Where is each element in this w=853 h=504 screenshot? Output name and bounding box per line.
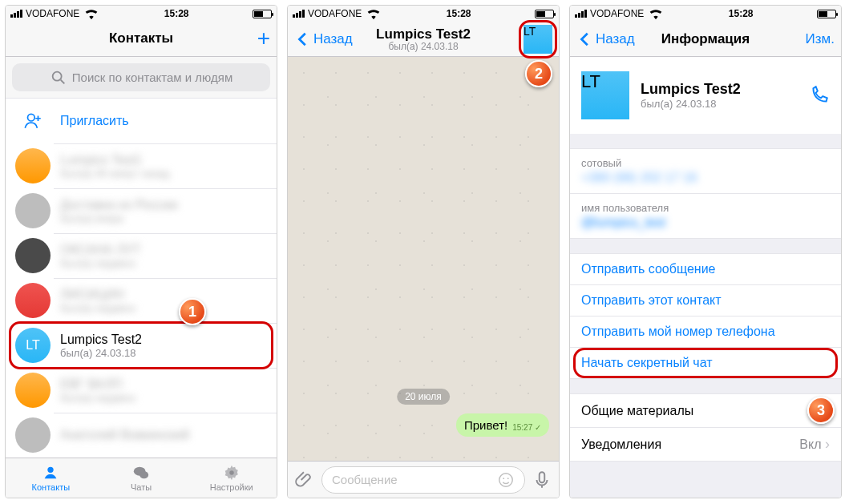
profile-header: LT Lumpics Test2 был(а) 24.03.18	[570, 57, 841, 134]
wifi-icon	[83, 5, 100, 22]
contacts-icon	[40, 464, 61, 482]
navbar: Контакты +	[6, 22, 277, 57]
gear-icon	[221, 464, 242, 482]
search-icon	[50, 69, 67, 87]
battery-icon	[535, 10, 554, 18]
clock-label: 15:28	[164, 8, 189, 19]
tab-contacts[interactable]: Контакты	[6, 458, 96, 498]
status-bar: VODAFONE 15:28	[570, 6, 841, 22]
avatar: LT	[15, 328, 51, 363]
avatar	[15, 148, 51, 183]
notifications-value: Вкл ›	[799, 436, 830, 453]
svg-point-0	[52, 71, 61, 80]
invite-label: Пригласить	[60, 114, 129, 128]
message-bubble[interactable]: Привет! 15:27 ✓	[456, 413, 549, 437]
input-bar: Сообщение	[288, 461, 559, 498]
profile-name: Lumpics Test2	[641, 81, 798, 98]
avatar	[15, 283, 51, 318]
list-item[interactable]: ЛИСИЦИНбыл(а) недавно	[6, 278, 277, 323]
tab-bar: Контакты Чаты Настройки	[6, 458, 277, 498]
list-item[interactable]: Lumpics Test1был(а) 45 минут назад	[6, 143, 277, 188]
battery-icon	[253, 10, 272, 18]
navbar: Назад Lumpics Test2 был(а) 24.03.18 LT	[288, 22, 559, 57]
message-time: 15:27 ✓	[512, 423, 541, 432]
edit-button[interactable]: Изм.	[806, 31, 835, 47]
chat-body[interactable]: 20 июля Привет! 15:27 ✓	[288, 57, 559, 461]
invite-row[interactable]: Пригласить	[6, 98, 277, 143]
phone-row[interactable]: сотовый +380 (98) 202 17 16	[570, 149, 841, 193]
list-item[interactable]: ЕВГ ВАЛПбыл(а) недавно	[6, 368, 277, 413]
start-secret-chat-row[interactable]: Начать секретный чат	[570, 347, 841, 378]
svg-line-1	[61, 79, 65, 83]
username-row[interactable]: имя пользователя @lumpics_test	[570, 193, 841, 238]
chevron-right-icon: ›	[825, 402, 830, 419]
chevron-left-icon	[294, 30, 312, 48]
svg-point-10	[503, 478, 504, 479]
wifi-icon	[365, 5, 382, 22]
contact-status: был(а) 24.03.18	[60, 347, 267, 359]
list-item[interactable]: ОКСАНА ЛУТбыл(а) недавно	[6, 233, 277, 278]
chat-avatar-button[interactable]: LT	[524, 25, 552, 54]
search-input[interactable]: Поиск по контактам и людям	[12, 63, 270, 92]
send-my-number-row[interactable]: Отправить мой номер телефона	[570, 316, 841, 347]
plus-icon: +	[257, 27, 270, 50]
status-bar: VODAFONE 15:28	[6, 6, 277, 22]
svg-point-5	[48, 467, 54, 473]
svg-point-2	[28, 115, 35, 122]
avatar[interactable]: LT	[581, 71, 629, 119]
screen-info: VODAFONE 15:28 Назад Информация Изм. LT …	[569, 5, 842, 498]
list-item[interactable]: Анатолий Вовкинский	[6, 413, 277, 458]
search-placeholder: Поиск по контактам и людям	[72, 71, 232, 84]
message-input[interactable]: Сообщение	[321, 466, 525, 494]
chat-title: Lumpics Test2	[376, 26, 471, 42]
notifications-row[interactable]: Уведомления Вкл ›	[570, 427, 841, 461]
contact-lumpics-test2[interactable]: LT Lumpics Test2 был(а) 24.03.18	[6, 323, 277, 368]
avatar	[15, 238, 51, 273]
add-contact-button[interactable]: +	[257, 27, 270, 50]
avatar	[15, 373, 51, 408]
svg-point-7	[139, 471, 148, 478]
page-title: Контакты	[109, 30, 173, 46]
invite-icon	[22, 111, 43, 131]
list-item[interactable]: Доставка из Россиибыл(а) вчера	[6, 188, 277, 233]
avatar	[15, 417, 51, 453]
profile-status: был(а) 24.03.18	[641, 98, 798, 110]
screen-contacts: VODAFONE 15:28 Контакты + Поиск по конта…	[5, 5, 277, 498]
svg-point-11	[507, 478, 509, 479]
tab-settings[interactable]: Настройки	[186, 458, 277, 498]
sticker-icon[interactable]	[497, 471, 515, 489]
svg-point-9	[499, 473, 513, 486]
signal-icon	[10, 10, 22, 18]
signal-icon	[293, 10, 305, 18]
battery-icon	[817, 10, 836, 18]
send-message-row[interactable]: Отправить сообщение	[570, 254, 841, 284]
status-bar: VODAFONE 15:28	[288, 6, 559, 22]
mic-icon[interactable]	[532, 470, 552, 490]
page-title: Информация	[661, 31, 750, 46]
call-icon[interactable]	[809, 85, 830, 106]
avatar	[15, 193, 51, 228]
tab-chats[interactable]: Чаты	[96, 458, 187, 498]
chats-icon	[131, 464, 152, 482]
signal-icon	[575, 10, 587, 18]
contact-name: Lumpics Test2	[60, 333, 267, 347]
navbar: Назад Информация Изм.	[570, 22, 841, 57]
carrier-label: VODAFONE	[26, 8, 79, 19]
screen-chat: VODAFONE 15:28 Назад Lumpics Test2 был(а…	[287, 5, 560, 498]
back-button[interactable]: Назад	[576, 30, 635, 48]
message-text: Привет!	[464, 418, 507, 432]
wifi-icon	[647, 5, 665, 22]
chevron-left-icon	[576, 30, 594, 48]
send-contact-row[interactable]: Отправить этот контакт	[570, 284, 841, 316]
shared-media-row[interactable]: Общие материалы ›	[570, 394, 841, 427]
date-chip: 20 июля	[397, 389, 450, 405]
svg-rect-12	[540, 472, 545, 482]
back-button[interactable]: Назад	[294, 30, 353, 48]
attach-icon[interactable]	[294, 470, 315, 490]
